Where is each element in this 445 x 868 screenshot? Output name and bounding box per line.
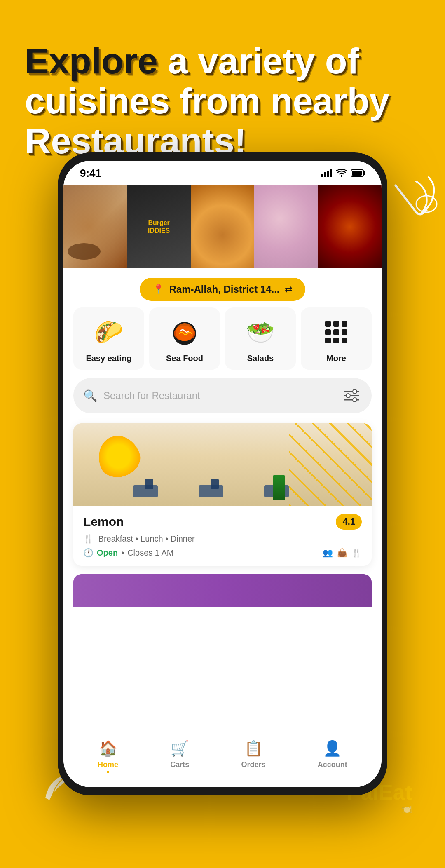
salads-icon: 🥗 <box>244 316 277 349</box>
home-label: Home <box>98 760 118 769</box>
carts-label: Carts <box>170 760 189 769</box>
dining-icon: 🍴 <box>351 548 362 558</box>
wifi-icon <box>336 169 347 177</box>
hours-left: 🕐 Open • Closes 1 AM <box>83 548 173 558</box>
restaurant-img-inner <box>73 423 372 506</box>
svg-point-15 <box>346 394 350 398</box>
sea-food-label: Sea Food <box>166 354 203 363</box>
rating-badge: 4.1 <box>336 514 362 530</box>
nav-active-indicator <box>107 771 109 773</box>
search-placeholder[interactable]: Search for Restaurant <box>103 390 335 401</box>
status-time: 9:41 <box>80 167 101 180</box>
banner-img-2: BurgerIDDIES <box>127 185 190 268</box>
category-easy-eating[interactable]: 🌮 Easy eating <box>73 307 144 370</box>
battery-icon <box>351 169 365 177</box>
easy-eating-icon: 🌮 <box>92 316 125 349</box>
banner-label: BurgerIDDIES <box>148 219 170 234</box>
svg-rect-6 <box>352 171 362 176</box>
location-text: Ram-Allah, District 14... <box>169 284 279 295</box>
category-sea-food[interactable]: Sea Food <box>149 307 220 370</box>
more-label: More <box>326 354 346 363</box>
category-grid: 🌮 Easy eating Se <box>63 307 382 378</box>
restaurant-name: Lemon <box>83 515 124 529</box>
swap-icon[interactable]: ⇄ <box>285 284 292 295</box>
bag-icon: 👜 <box>337 548 347 558</box>
hours-row: 🕐 Open • Closes 1 AM 👥 👜 🍴 <box>83 548 362 558</box>
bottom-nav: 🏠 Home 🛒 Carts 📋 Orders 👤 Account <box>63 730 382 787</box>
search-icon: 🔍 <box>83 389 98 403</box>
restaurant-image <box>73 423 372 506</box>
status-bar: 9:41 <box>63 161 382 185</box>
location-bar: 📍 Ram-Allah, District 14... ⇄ <box>63 268 382 307</box>
banner-img-1 <box>63 185 127 268</box>
svg-point-14 <box>353 389 357 394</box>
nav-item-carts[interactable]: 🛒 Carts <box>162 736 197 773</box>
location-pill[interactable]: 📍 Ram-Allah, District 14... ⇄ <box>140 278 305 301</box>
phone-screen: 9:41 <box>63 161 382 787</box>
location-pin-icon: 📍 <box>153 284 164 295</box>
screen-content: 9:41 <box>63 161 382 730</box>
restaurant-card-lemon[interactable]: Lemon 4.1 🍴 Breakfast • Lunch • Dinner 🕐… <box>73 423 372 566</box>
hero-line2: cuisines from nearby <box>25 80 389 121</box>
yellow-wall-pattern <box>289 423 372 506</box>
sea-food-icon <box>168 316 201 349</box>
search-bar-container: 🔍 Search for Restaurant <box>63 378 382 423</box>
home-icon: 🏠 <box>99 740 117 757</box>
easy-eating-label: Easy eating <box>86 354 131 363</box>
open-status: Open <box>97 548 118 558</box>
svg-point-16 <box>353 398 357 402</box>
restaurant-name-row: Lemon 4.1 <box>83 514 362 530</box>
meal-types: 🍴 Breakfast • Lunch • Dinner <box>83 534 362 544</box>
banner-img-4 <box>254 185 318 268</box>
orders-icon: 📋 <box>244 740 263 757</box>
svg-rect-1 <box>321 174 323 177</box>
hero-word-explore: Explore <box>25 40 158 81</box>
hero-section: Explore a variety of cuisines from nearb… <box>25 41 420 161</box>
signal-icon <box>321 169 332 177</box>
clock-icon: 🕐 <box>83 548 94 558</box>
svg-rect-3 <box>327 171 329 177</box>
hero-line1-rest: a variety of <box>158 40 359 81</box>
nav-item-orders[interactable]: 📋 Orders <box>233 736 274 773</box>
people-icon: 👥 <box>323 548 333 558</box>
meal-icon: 🍴 <box>83 534 94 543</box>
hours-right: 👥 👜 🍴 <box>323 548 362 558</box>
svg-rect-2 <box>324 172 326 177</box>
banner-strip: BurgerIDDIES <box>63 185 382 268</box>
carts-icon: 🛒 <box>171 740 189 757</box>
nav-item-account[interactable]: 👤 Account <box>309 736 356 773</box>
closes-text: Closes 1 AM <box>127 548 173 558</box>
banner-img-3 <box>191 185 254 268</box>
nav-item-home[interactable]: 🏠 Home <box>89 736 126 773</box>
banner-img-5 <box>318 185 382 268</box>
meal-types-text: Breakfast • Lunch • Dinner <box>98 534 195 543</box>
search-bar[interactable]: 🔍 Search for Restaurant <box>73 378 372 413</box>
more-icon <box>320 316 353 349</box>
account-label: Account <box>318 760 347 769</box>
orders-label: Orders <box>241 760 266 769</box>
category-salads[interactable]: 🥗 Salads <box>225 307 296 370</box>
phone-frame: 9:41 <box>58 152 387 795</box>
restaurant-card-2 <box>73 574 372 607</box>
svg-rect-4 <box>330 169 332 177</box>
svg-point-10 <box>176 323 194 341</box>
account-icon: 👤 <box>323 740 342 757</box>
restaurant-info: Lemon 4.1 🍴 Breakfast • Lunch • Dinner 🕐… <box>73 506 372 566</box>
salads-label: Salads <box>247 354 274 363</box>
status-icons <box>321 169 365 177</box>
svg-rect-7 <box>364 171 365 175</box>
category-more[interactable]: More <box>301 307 372 370</box>
close-time: • <box>121 548 124 558</box>
filter-icon[interactable] <box>341 385 362 406</box>
